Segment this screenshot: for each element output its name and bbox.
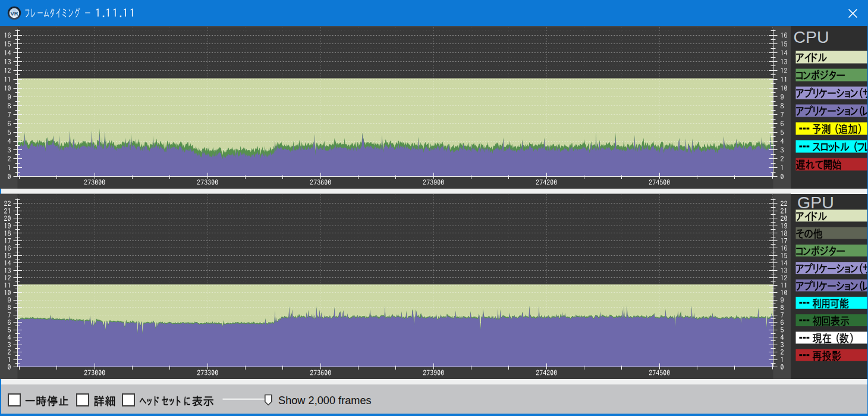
svg-text:VR: VR (10, 10, 18, 17)
svg-text:Show 2,000 frames: Show 2,000 frames (278, 395, 372, 406)
svg-text:CPU: CPU (794, 27, 829, 46)
svg-text:GPU: GPU (797, 193, 834, 212)
